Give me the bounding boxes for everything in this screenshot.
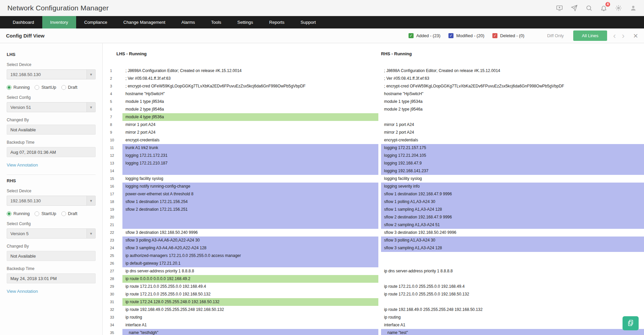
line-number: 14	[103, 167, 122, 175]
nav-tab-alarms[interactable]: Alarms	[173, 16, 203, 28]
column-gap	[378, 90, 381, 98]
diff-row: 31ip route 172.24.128.0 255.255.248.0 19…	[103, 298, 644, 306]
rhs-view-annotation-link[interactable]: View Annotation	[7, 289, 38, 294]
rhs-diff-cell: sflow 3 sampling A1,A3-A24 128	[381, 244, 644, 252]
lhs-radio-running[interactable]: Running	[7, 85, 30, 90]
user-avatar-icon[interactable]	[630, 5, 637, 11]
filter-modified[interactable]: ✓Modified - (20)	[448, 33, 484, 38]
paper-plane-icon[interactable]	[571, 5, 578, 11]
search-icon[interactable]	[586, 5, 592, 11]
line-number: 32	[103, 306, 122, 314]
pages-fab-button[interactable]	[623, 316, 639, 330]
nav-tab-settings[interactable]: Settings	[229, 16, 261, 28]
lhs-config-select[interactable]: Version 51 ▼	[7, 102, 96, 112]
rhs-device-select[interactable]: 192.168.50.130 ▼	[7, 196, 96, 206]
all-lines-button[interactable]: All Lines	[573, 30, 607, 41]
lhs-diff-cell: ; J8698A Configuration Editor; Created o…	[122, 67, 378, 75]
filter-deleted[interactable]: ✓Deleted - (0)	[492, 33, 524, 38]
filter-added[interactable]: ✓Added - (23)	[409, 33, 440, 38]
nav-tab-tools[interactable]: Tools	[203, 16, 229, 28]
diff-row: 16logging notify running-config-changelo…	[103, 183, 644, 190]
lhs-select-config-label: Select Config	[7, 95, 96, 100]
notification-badge: 4	[605, 2, 610, 7]
line-number: 10	[103, 136, 122, 144]
diff-row: 10encrypt-credentialsencrypt-credentials	[103, 136, 644, 144]
rhs-radio-draft[interactable]: Draft	[61, 211, 77, 216]
screen-share-icon[interactable]	[556, 5, 563, 11]
lhs-diff-cell: logging 172.21.210.187	[122, 159, 378, 167]
chevron-down-icon: ▼	[87, 229, 95, 238]
rhs-diff-cell: logging 192.168.141.237	[381, 167, 644, 175]
lhs-diff-cell: ip dns server-address priority 1 8.8.8.8	[122, 267, 378, 275]
lhs-diff-cell: interface A1	[122, 321, 378, 329]
lhs-diff-cell: hostname "HpSwitcH"	[122, 90, 378, 98]
next-diff-chevron-icon[interactable]: ›	[622, 32, 625, 40]
lhs-column-header: LHS - Running	[103, 51, 381, 56]
lhs-diff-cell: sflow 3 destination 192.168.50.240 9996	[122, 229, 378, 237]
line-number: 3	[103, 82, 122, 90]
lhs-diff-cell	[122, 167, 378, 175]
lhs-diff-cell: ip route 172.21.0.0 255.255.0.0 192.168.…	[122, 290, 378, 298]
gear-icon[interactable]	[615, 5, 622, 11]
lhs-diff-cell	[122, 213, 378, 221]
lhs-diff-cell: module 1 type j9534a	[122, 98, 378, 106]
radio-dot	[7, 211, 11, 216]
nav-tab-compliance[interactable]: Compliance	[76, 16, 115, 28]
checkbox-checked-icon[interactable]: ✓	[448, 33, 453, 38]
column-gap	[378, 75, 381, 82]
rhs-diff-cell: ip route 172.21.0.0 255.255.0.0 192.168.…	[381, 283, 644, 290]
rhs-config-select[interactable]: Version 5 ▼	[7, 228, 96, 239]
diff-row: 26ip default-gateway 172.21.20.1	[103, 260, 644, 267]
notifications-bell-icon[interactable]: 4	[600, 5, 607, 11]
column-gap	[378, 129, 381, 136]
line-number: 30	[103, 290, 122, 298]
lhs-radio-draft[interactable]: Draft	[61, 85, 77, 90]
rhs-diff-cell: sflow 2 sampling A1,A3-A24 51	[381, 221, 644, 229]
rhs-backedup-time-value: May 24, 2018 13:01 PM	[7, 273, 96, 283]
lhs-diff-cell: ; Ver #05:08.41.ff.3f.ef:63	[122, 75, 378, 82]
line-number: 6	[103, 106, 122, 113]
lhs-radio-startup[interactable]: StartUp	[35, 85, 56, 90]
lhs-device-select[interactable]: 192.168.50.130 ▼	[7, 69, 96, 79]
rhs-changed-by-label: Changed By	[7, 244, 96, 249]
rhs-radio-running[interactable]: Running	[7, 211, 30, 216]
lhs-select-device-label: Select Device	[7, 62, 96, 67]
lhs-diff-cell: mirror 1 port A24	[122, 121, 378, 129]
column-gap	[378, 183, 381, 190]
diff-row: 3; encrypt-cred OFeW59KgLOopGGKg7TLvXbKa…	[103, 82, 644, 90]
nav-tab-dashboard[interactable]: Dashboard	[5, 16, 42, 28]
nav-tab-reports[interactable]: Reports	[261, 16, 293, 28]
checkbox-checked-icon[interactable]: ✓	[409, 33, 414, 38]
rhs-column-header: RHS - Running	[381, 51, 644, 56]
lhs-view-annotation-link[interactable]: View Annotation	[7, 162, 38, 168]
diff-row: 32ip route 192.168.49.0 255.255.255.248 …	[103, 306, 644, 314]
column-gap	[378, 136, 381, 144]
diff-row: 8mirror 1 port A24mirror 1 port A24	[103, 121, 644, 129]
checkbox-checked-icon[interactable]: ✓	[492, 33, 497, 38]
nav-tab-inventory[interactable]: Inventory	[42, 16, 76, 28]
rhs-diff-cell	[381, 298, 644, 306]
lhs-diff-cell: ip route 172.24.128.0 255.255.248.0 192.…	[122, 298, 378, 306]
lhs-diff-cell: name "testhdgh"	[122, 329, 378, 335]
line-number: 29	[103, 283, 122, 290]
column-gap	[378, 98, 381, 106]
close-icon[interactable]: ×	[633, 32, 638, 40]
prev-diff-chevron-icon[interactable]: ‹	[613, 32, 616, 40]
radio-label: StartUp	[41, 211, 56, 216]
line-number: 26	[103, 260, 122, 267]
lhs-changed-by-value: Not Available	[7, 125, 96, 135]
diff-toolbar: Config Diff View ✓Added - (23)✓Modified …	[0, 28, 644, 43]
diff-row: 22sflow 3 destination 192.168.50.240 999…	[103, 229, 644, 237]
rhs-diff-cell	[381, 113, 644, 121]
line-number: 11	[103, 144, 122, 152]
diff-only-button[interactable]: Diff Only	[544, 31, 567, 41]
rhs-diff-cell: sflow 1 sampling A1,A3-A24 128	[381, 206, 644, 213]
rhs-radio-startup[interactable]: StartUp	[35, 211, 56, 216]
diff-row: 9mirror 2 port A24mirror 2 port A24	[103, 129, 644, 136]
lhs-diff-cell: trunk A1 trk2 trunk	[122, 144, 378, 152]
line-number: 24	[103, 244, 122, 252]
nav-tab-change-management[interactable]: Change Management	[115, 16, 173, 28]
lhs-config-type-radios: Running StartUp Draft	[7, 85, 96, 90]
nav-tab-support[interactable]: Support	[292, 16, 324, 28]
rhs-diff-cell: logging 172.21.204.105	[381, 152, 644, 159]
